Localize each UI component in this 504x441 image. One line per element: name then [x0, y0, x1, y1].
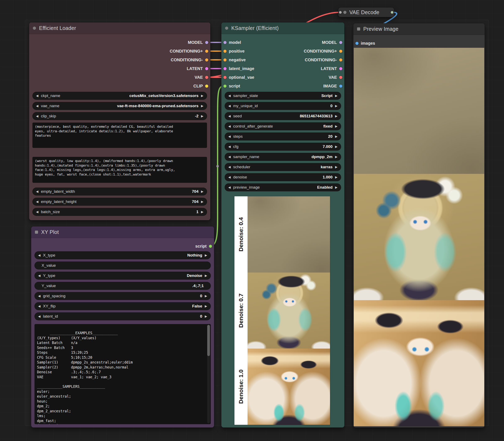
decrement-arrow-icon[interactable]: ◀ [37, 253, 41, 257]
widget-y-value[interactable]: Y_value .4;.7;1 [34, 282, 211, 290]
slot-dot[interactable] [339, 58, 342, 62]
widget-control-after-generate[interactable]: ◀ control_after_generate fixed ▶ [225, 122, 341, 130]
widget-clip-skip[interactable]: ◀ clip_skip -2 ▶ [33, 112, 207, 120]
widget-ckpt-name[interactable]: ◀ ckpt_name cetusMix_cetusVersion3.safet… [33, 92, 207, 100]
decrement-arrow-icon[interactable]: ◀ [227, 155, 231, 159]
decrement-arrow-icon[interactable]: ◀ [37, 274, 41, 278]
slot-dot[interactable] [223, 85, 227, 88]
increment-arrow-icon[interactable]: ▶ [200, 210, 204, 214]
increment-arrow-icon[interactable]: ▶ [334, 145, 338, 149]
decrement-arrow-icon[interactable]: ◀ [227, 175, 231, 179]
widget-empty-latent-width[interactable]: ◀ empty_latent_width 704 ▶ [33, 188, 207, 195]
decrement-arrow-icon[interactable]: ◀ [37, 294, 41, 298]
widget-latent-id[interactable]: ◀ latent_id 0 ▶ [34, 313, 211, 320]
output-slot-vae[interactable]: VAE [195, 75, 208, 80]
widget-x-value[interactable]: X_value [34, 262, 211, 269]
increment-arrow-icon[interactable]: ▶ [334, 125, 338, 128]
input-slot-positive[interactable]: positive [223, 49, 245, 54]
increment-arrow-icon[interactable]: ▶ [334, 94, 338, 98]
node-header[interactable]: XY Plot [31, 226, 214, 238]
increment-arrow-icon[interactable]: ▶ [204, 294, 208, 298]
output-slot-conditioning-plus[interactable]: CONDITIONING+ [170, 49, 208, 54]
input-slot-model[interactable]: model [223, 40, 241, 45]
collapse-toggle-icon[interactable] [225, 27, 228, 30]
output-slot-script[interactable]: script [195, 244, 212, 249]
slot-dot[interactable] [339, 85, 342, 88]
increment-arrow-icon[interactable]: ▶ [204, 304, 208, 308]
output-slot-conditioning-plus[interactable]: CONDITIONING+ [304, 49, 342, 54]
slot-dot[interactable] [223, 41, 227, 44]
decrement-arrow-icon[interactable]: ◀ [35, 190, 39, 193]
decrement-arrow-icon[interactable]: ◀ [227, 165, 231, 169]
collapse-toggle-icon[interactable] [343, 11, 346, 14]
negative-prompt-textarea[interactable]: (worst quality, low quality:1.4), (malfo… [33, 157, 207, 183]
collapse-toggle-icon[interactable] [357, 27, 360, 31]
widget-steps[interactable]: ◀ steps 20 ▶ [225, 133, 341, 141]
increment-arrow-icon[interactable]: ▶ [334, 175, 338, 179]
slot-dot[interactable] [223, 67, 227, 70]
slot-dot[interactable] [205, 58, 208, 62]
decrement-arrow-icon[interactable]: ◀ [35, 114, 39, 118]
widget-batch-size[interactable]: ◀ batch_size 1 ▶ [33, 208, 207, 216]
widget-y-type[interactable]: ◀ Y_type Denoise ▶ [34, 272, 211, 280]
widget-scheduler[interactable]: ◀ scheduler karras ▶ [225, 163, 341, 171]
increment-arrow-icon[interactable]: ▶ [334, 165, 338, 169]
widget-empty-latent-height[interactable]: ◀ empty_latent_height 704 ▶ [33, 198, 207, 206]
increment-arrow-icon[interactable]: ▶ [334, 114, 338, 118]
slot-dot[interactable] [205, 85, 208, 88]
collapsed-input-dot[interactable] [339, 11, 342, 14]
decrement-arrow-icon[interactable]: ◀ [227, 94, 231, 98]
collapsed-output-dot[interactable] [391, 11, 393, 14]
output-slot-model[interactable]: MODEL [322, 40, 342, 45]
widget-preview-image-toggle[interactable]: ◀ preview_image Enabled ▶ [225, 183, 341, 191]
output-slot-conditioning-minus[interactable]: CONDITIONING- [305, 57, 342, 62]
slot-dot[interactable] [339, 76, 342, 79]
widget-xy-flip[interactable]: ◀ XY_flip False ▶ [34, 302, 211, 310]
node-header[interactable]: KSampler (Efficient) [221, 22, 344, 34]
input-slot-script[interactable]: script [223, 83, 240, 89]
output-slot-latent[interactable]: LATENT [321, 66, 342, 71]
collapse-toggle-icon[interactable] [35, 231, 38, 234]
node-xy-plot[interactable]: XY Plot script ◀ X_type Nothing ▶ X_valu… [31, 226, 214, 427]
decrement-arrow-icon[interactable]: ◀ [227, 186, 231, 189]
slot-dot[interactable] [339, 50, 342, 53]
input-slot-optional-vae[interactable]: optional_vae [223, 75, 254, 80]
widget-grid-spacing[interactable]: ◀ grid_spacing 0 ▶ [34, 292, 211, 300]
decrement-arrow-icon[interactable]: ◀ [37, 315, 41, 318]
increment-arrow-icon[interactable]: ▶ [334, 104, 338, 108]
increment-arrow-icon[interactable]: ▶ [204, 315, 208, 318]
increment-arrow-icon[interactable]: ▶ [200, 114, 204, 118]
increment-arrow-icon[interactable]: ▶ [334, 186, 338, 189]
examples-textarea[interactable]: ____________EXAMPLES____________ (X/Y_ty… [34, 324, 211, 424]
widget-denoise[interactable]: ◀ denoise 1.000 ▶ [225, 173, 341, 181]
slot-dot[interactable] [205, 41, 208, 44]
slot-dot[interactable] [339, 67, 342, 70]
increment-arrow-icon[interactable]: ▶ [200, 94, 204, 98]
node-header[interactable]: Preview Image [353, 23, 485, 35]
increment-arrow-icon[interactable]: ▶ [334, 155, 338, 159]
widget-my-unique-id[interactable]: ◀ my_unique_id 0 ▶ [225, 102, 341, 110]
collapse-toggle-icon[interactable] [33, 27, 36, 30]
increment-arrow-icon[interactable]: ▶ [200, 200, 204, 204]
output-slot-clip[interactable]: CLIP [193, 83, 208, 89]
slot-dot[interactable] [205, 50, 208, 53]
node-preview-image[interactable]: Preview Image images [353, 23, 485, 427]
slot-dot[interactable] [205, 76, 208, 79]
increment-arrow-icon[interactable]: ▶ [204, 253, 208, 257]
output-slot-model[interactable]: MODEL [188, 40, 208, 45]
widget-vae-name[interactable]: ◀ vae_name vae-ft-mse-840000-ema-pruned.… [33, 102, 207, 110]
slot-dot[interactable] [205, 67, 208, 70]
node-efficient-loader[interactable]: Efficient Loader MODEL CONDITIONING+ CON… [29, 22, 210, 220]
decrement-arrow-icon[interactable]: ◀ [227, 145, 231, 149]
input-slot-latent-image[interactable]: latent_image [223, 66, 254, 71]
decrement-arrow-icon[interactable]: ◀ [227, 114, 231, 118]
slot-dot[interactable] [209, 245, 212, 248]
output-slot-conditioning-minus[interactable]: CONDITIONING- [171, 57, 208, 62]
decrement-arrow-icon[interactable]: ◀ [35, 210, 39, 214]
widget-sampler-name[interactable]: ◀ sampler_name dpmpp_2m ▶ [225, 153, 341, 161]
output-slot-image[interactable]: IMAGE [323, 83, 342, 89]
node-ksampler-efficient[interactable]: KSampler (Efficient) model positive nega… [221, 22, 344, 427]
node-header[interactable]: Efficient Loader [29, 22, 210, 34]
node-vae-decode[interactable]: VAE Decode [338, 7, 394, 17]
increment-arrow-icon[interactable]: ▶ [204, 274, 208, 278]
